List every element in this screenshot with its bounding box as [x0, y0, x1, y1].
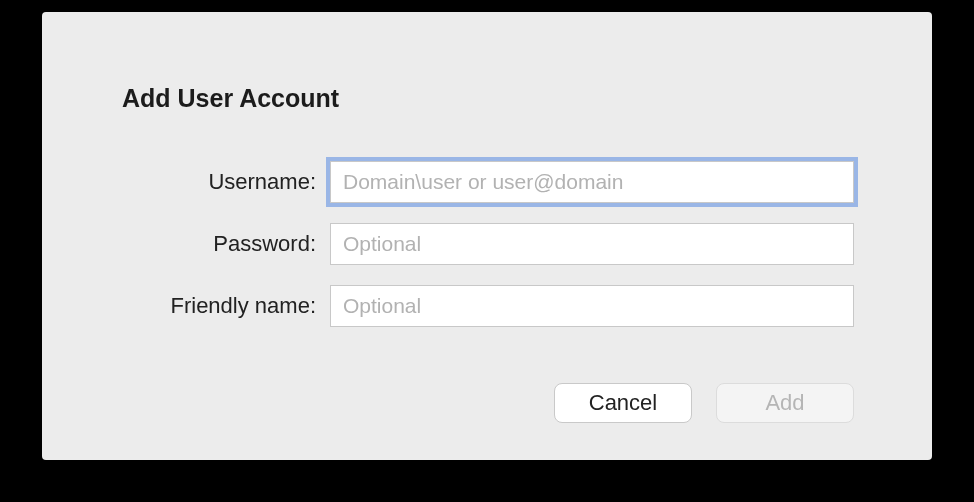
- add-button[interactable]: Add: [716, 383, 854, 423]
- username-row: Username:: [82, 161, 854, 203]
- friendly-name-row: Friendly name:: [82, 285, 854, 327]
- password-row: Password:: [82, 223, 854, 265]
- password-label: Password:: [82, 231, 330, 257]
- username-label: Username:: [82, 169, 330, 195]
- dialog-title: Add User Account: [122, 84, 854, 113]
- dialog-button-row: Cancel Add: [82, 383, 854, 423]
- add-user-account-dialog: Add User Account Username: Password: Fri…: [42, 12, 932, 460]
- password-input[interactable]: [330, 223, 854, 265]
- username-input[interactable]: [330, 161, 854, 203]
- friendly-name-label: Friendly name:: [82, 293, 330, 319]
- cancel-button[interactable]: Cancel: [554, 383, 692, 423]
- friendly-name-input[interactable]: [330, 285, 854, 327]
